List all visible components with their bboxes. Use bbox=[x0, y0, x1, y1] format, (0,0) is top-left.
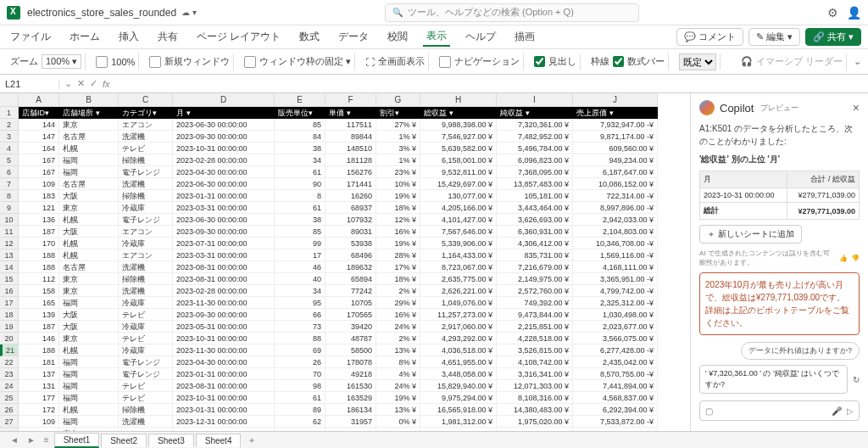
comment-button[interactable]: 💬 コメント bbox=[676, 28, 743, 46]
cell[interactable]: 165 bbox=[19, 297, 59, 309]
cell[interactable]: 2% ¥ bbox=[376, 333, 420, 344]
row-header[interactable]: 13 bbox=[0, 249, 19, 261]
mic-icon[interactable]: 🎤 bbox=[832, 406, 842, 416]
cell[interactable]: 2023-01-31 00:00:00 bbox=[173, 190, 275, 202]
zoom-100-button[interactable]: 100% bbox=[111, 57, 135, 67]
cell[interactable]: 121 bbox=[19, 202, 59, 214]
table-header[interactable]: 売上原価 ▾ bbox=[573, 107, 658, 119]
cell[interactable]: 68496 bbox=[326, 249, 376, 261]
cell[interactable]: 9,975,294.00 ¥ bbox=[420, 392, 497, 404]
cell[interactable]: 2023-08-31 00:00:00 bbox=[173, 273, 275, 285]
cell[interactable]: エアコン bbox=[119, 249, 173, 261]
cell[interactable]: 46 bbox=[275, 261, 326, 273]
cell[interactable]: エアコン bbox=[119, 428, 173, 431]
cell[interactable]: 139 bbox=[19, 309, 59, 321]
cell[interactable]: 16% ¥ bbox=[376, 226, 420, 238]
cell[interactable]: 170 bbox=[19, 238, 59, 249]
cell[interactable]: 9,988,398.00 ¥ bbox=[420, 119, 497, 131]
headers-checkbox[interactable] bbox=[534, 56, 545, 67]
cell[interactable]: 6,187,647.00 ¥ bbox=[573, 166, 658, 178]
cell[interactable]: 札幌 bbox=[59, 404, 119, 416]
cell[interactable]: 掃除機 bbox=[119, 273, 173, 285]
cell[interactable]: 23% ¥ bbox=[376, 166, 420, 178]
cell[interactable]: 172 bbox=[19, 404, 59, 416]
cell[interactable]: 掃除機 bbox=[119, 404, 173, 416]
cell[interactable]: 2,023,677.00 ¥ bbox=[573, 321, 658, 333]
cell[interactable]: 4,101,427.00 ¥ bbox=[420, 214, 497, 226]
cell[interactable]: 2023-06-30 00:00:00 bbox=[173, 119, 275, 131]
cell[interactable]: 福岡 bbox=[59, 166, 119, 178]
table-header[interactable]: 店舗場所 ▾ bbox=[59, 107, 119, 119]
cell[interactable]: 16% ¥ bbox=[376, 309, 420, 321]
cell[interactable]: 福岡 bbox=[59, 392, 119, 404]
cell[interactable]: 77242 bbox=[326, 285, 376, 297]
cell[interactable]: 9,532,811.00 ¥ bbox=[420, 166, 497, 178]
cell[interactable]: 札幌 bbox=[59, 143, 119, 154]
cell[interactable]: 12,071,303.00 ¥ bbox=[497, 380, 573, 392]
col-header-C[interactable]: C bbox=[119, 93, 173, 107]
cell[interactable]: 洗濯機 bbox=[119, 178, 173, 190]
cell[interactable]: 掃除機 bbox=[119, 190, 173, 202]
cell[interactable]: 2,572,760.00 ¥ bbox=[497, 285, 573, 297]
cell[interactable]: 2,435,042.00 ¥ bbox=[573, 356, 658, 368]
cell[interactable]: 2023-06-30 00:00:00 bbox=[173, 178, 275, 190]
ribbon-tab-挿入[interactable]: 挿入 bbox=[115, 28, 142, 46]
cell[interactable]: 札幌 bbox=[59, 249, 119, 261]
edit-button[interactable]: ✎ 編集 ▾ bbox=[748, 28, 800, 46]
col-header-B[interactable]: B bbox=[59, 93, 119, 107]
cell[interactable]: 2023-07-31 00:00:00 bbox=[173, 238, 275, 249]
cell[interactable]: 7,441,894.00 ¥ bbox=[573, 380, 658, 392]
cell[interactable]: 178078 bbox=[326, 356, 376, 368]
cell[interactable]: 31957 bbox=[326, 416, 376, 428]
cell[interactable]: 4,293,292.00 ¥ bbox=[420, 333, 497, 344]
cell[interactable]: 14,380,483.00 ¥ bbox=[497, 404, 573, 416]
table-header[interactable]: 月 ▾ bbox=[173, 107, 275, 119]
cell[interactable]: 2023-06-30 00:00:00 bbox=[173, 214, 275, 226]
cell[interactable]: 85 bbox=[275, 226, 326, 238]
cell[interactable]: 札幌 bbox=[59, 214, 119, 226]
cell[interactable]: 2% ¥ bbox=[376, 285, 420, 297]
cell[interactable]: 13,857,483.00 ¥ bbox=[497, 178, 573, 190]
table-header[interactable]: 販売単位▾ bbox=[275, 107, 326, 119]
cell[interactable]: 10705 bbox=[326, 297, 376, 309]
cell[interactable]: 5,339,906.00 ¥ bbox=[420, 238, 497, 249]
cell[interactable]: 洗濯機 bbox=[119, 131, 173, 143]
row-header[interactable]: 3 bbox=[0, 131, 19, 143]
cell[interactable]: 18% ¥ bbox=[376, 202, 420, 214]
cell[interactable]: 洗濯機 bbox=[119, 416, 173, 428]
row-header[interactable]: 4 bbox=[0, 143, 19, 154]
ribbon-tab-共有[interactable]: 共有 bbox=[154, 28, 181, 46]
cell[interactable]: 183 bbox=[19, 190, 59, 202]
cell[interactable]: 2023-11-30 00:00:00 bbox=[173, 344, 275, 356]
cell[interactable]: 38 bbox=[275, 143, 326, 154]
settings-icon[interactable]: ⚙ bbox=[827, 6, 838, 20]
table-header[interactable]: カテゴリ▾ bbox=[119, 107, 173, 119]
cell[interactable]: 冷蔵庫 bbox=[119, 238, 173, 249]
cell[interactable]: 17% ¥ bbox=[376, 261, 420, 273]
cell[interactable]: 146 bbox=[19, 333, 59, 344]
sheet-nav-icon[interactable]: ≡ bbox=[41, 435, 53, 445]
cell[interactable]: 167 bbox=[19, 154, 59, 166]
cell[interactable]: 40 bbox=[275, 273, 326, 285]
share-button[interactable]: 🔗 共有 ▾ bbox=[805, 28, 861, 46]
table-header[interactable]: 店舗ID▾ bbox=[19, 107, 59, 119]
row-header[interactable]: 26 bbox=[0, 404, 19, 416]
sheet-tab-Sheet3[interactable]: Sheet3 bbox=[148, 434, 194, 447]
ribbon-tab-描画[interactable]: 描画 bbox=[511, 28, 538, 46]
col-header-D[interactable]: D bbox=[173, 93, 275, 107]
cell[interactable]: 3,566,075.00 ¥ bbox=[573, 333, 658, 344]
cell[interactable]: 7,533,872.00 -¥ bbox=[573, 416, 658, 428]
cell[interactable]: 4,403,730.00 -¥ bbox=[573, 428, 658, 431]
namebox-dropdown-icon[interactable]: ⌄ bbox=[64, 78, 72, 89]
cell[interactable]: 2023-02-28 00:00:00 bbox=[173, 285, 275, 297]
cell[interactable]: 4,568,837.00 ¥ bbox=[573, 392, 658, 404]
cell[interactable]: 84 bbox=[275, 131, 326, 143]
cell[interactable]: 名古屋 bbox=[59, 261, 119, 273]
refresh-icon[interactable]: ↻ bbox=[853, 375, 860, 384]
cell[interactable]: 19% ¥ bbox=[376, 190, 420, 202]
cancel-icon[interactable]: ✕ bbox=[77, 78, 85, 89]
cell[interactable]: 東京 bbox=[59, 333, 119, 344]
cell[interactable]: 大阪 bbox=[59, 309, 119, 321]
col-header-G[interactable]: G bbox=[376, 93, 420, 107]
cell[interactable]: 89 bbox=[275, 404, 326, 416]
